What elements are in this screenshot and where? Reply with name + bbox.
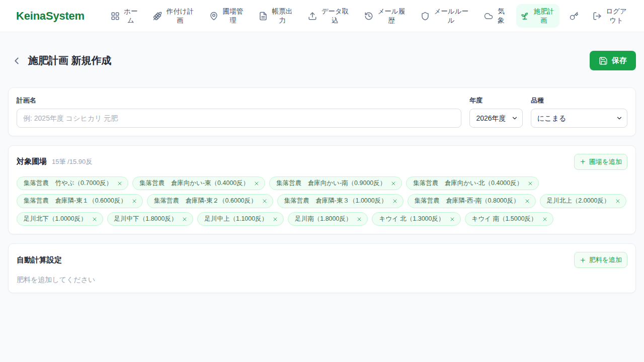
auto-calc-card: 自動計算設定 肥料を追加 肥料を追加してください	[8, 243, 636, 293]
field-chip-label: 集落営農 竹やぶ（0.7000反）	[24, 179, 112, 188]
plan-name-label: 計画名	[17, 96, 461, 105]
field-chip-list: 集落営農 竹やぶ（0.7000反） 集落営農 倉庫向かい-東（0.4000反） …	[17, 176, 627, 226]
top-navigation: KeinaSystem ホーム 作付け計画 圃場管理 帳票出力	[0, 0, 644, 32]
field-chip: 足川中下（1.8000反）	[107, 212, 194, 226]
nav-item-logout[interactable]: ログアウト	[589, 4, 632, 28]
field-chip-label: 集落営農 倉庫向かい-東（0.4000反）	[139, 179, 249, 188]
chip-remove-icon[interactable]	[182, 216, 188, 222]
history-icon	[364, 12, 373, 21]
variety-field-group: 品種 にこまる	[531, 96, 627, 128]
nav-item-weather[interactable]: 気象	[480, 4, 510, 28]
field-chip: 集落営農 竹やぶ（0.7000反）	[17, 176, 128, 191]
add-fertilizer-button-label: 肥料を追加	[589, 255, 622, 264]
grid-icon	[111, 12, 120, 21]
nav-item-mail-rules[interactable]: メールルール	[417, 4, 474, 28]
field-chip: 集落営農 倉庫隣-西-南（0.8000反）	[408, 194, 536, 208]
save-button-label: 保存	[612, 56, 627, 65]
year-field-group: 年度 2026年度	[469, 96, 523, 128]
save-button[interactable]: 保存	[590, 51, 636, 70]
nav-item-data-import[interactable]: データ取込	[304, 4, 354, 28]
shield-icon	[421, 12, 430, 21]
field-chip-label: キウイ 南（1.5000反）	[472, 215, 537, 224]
chip-remove-icon[interactable]	[262, 198, 268, 204]
sprout-icon	[520, 12, 529, 21]
field-chip-label: 集落営農 倉庫向かい-北（0.4000反）	[413, 179, 523, 188]
chip-remove-icon[interactable]	[131, 198, 137, 204]
plan-name-field-group: 計画名	[17, 96, 461, 128]
field-chip-label: 集落営農 倉庫隣-東３（1.0000反）	[284, 197, 387, 206]
chip-remove-icon[interactable]	[92, 216, 98, 222]
fertilizer-empty-text: 肥料を追加してください	[17, 276, 627, 285]
field-chip: キウイ 北（1.3000反）	[372, 212, 460, 226]
plus-icon	[580, 158, 586, 165]
map-pin-icon	[209, 12, 218, 21]
nav-item-planting-plan[interactable]: 作付け計画	[149, 4, 199, 28]
page-header: 施肥計画 新規作成 保存	[8, 47, 636, 74]
chip-remove-icon[interactable]	[356, 216, 362, 222]
auto-calc-title: 自動計算設定	[17, 255, 62, 265]
nav-item-home[interactable]: ホーム	[107, 4, 143, 28]
field-chip: 足川北上（2.0000反）	[540, 194, 626, 208]
add-field-button-label: 圃場を追加	[589, 157, 622, 166]
nav-menu: ホーム 作付け計画 圃場管理 帳票出力 データ取込	[107, 4, 632, 28]
chip-remove-icon[interactable]	[254, 180, 260, 187]
field-chip: 集落営農 倉庫向かい-南（0.9000反）	[269, 176, 402, 191]
field-chip-label: 集落営農 倉庫隣-西-南（0.8000反）	[415, 197, 520, 206]
year-label: 年度	[469, 96, 523, 105]
target-fields-count: 15筆 /15.90反	[52, 157, 92, 166]
chip-remove-icon[interactable]	[117, 180, 123, 187]
chip-remove-icon[interactable]	[390, 180, 396, 187]
field-chip-label: 足川南（1.8000反）	[295, 215, 352, 224]
field-chip: 足川中上（1.1000反）	[197, 212, 284, 226]
chip-remove-icon[interactable]	[272, 216, 278, 222]
chip-remove-icon[interactable]	[392, 198, 398, 204]
field-chip: キウイ 南（1.5000反）	[465, 212, 553, 226]
field-chip: 集落営農 倉庫隣-東２（0.6000反）	[147, 194, 273, 208]
nav-item-mail-history[interactable]: メール履歴	[360, 4, 411, 28]
year-select[interactable]: 2026年度	[469, 109, 523, 128]
add-fertilizer-button[interactable]: 肥料を追加	[574, 252, 627, 268]
field-chip-label: 足川中上（1.1000反）	[204, 215, 268, 224]
field-chip: 集落営農 倉庫隣-東３（1.0000反）	[277, 194, 404, 208]
brand-logo[interactable]: KeinaSystem	[16, 10, 85, 23]
field-chip: 集落営農 倉庫向かい-東（0.4000反）	[132, 176, 265, 191]
main-content: 施肥計画 新規作成 保存 計画名 年度 2026年度 品種	[0, 47, 644, 293]
page-title: 施肥計画 新規作成	[28, 54, 112, 67]
target-fields-card: 対象圃場 15筆 /15.90反 圃場を追加 集落営農 竹やぶ（0.7000反）…	[8, 145, 636, 235]
chip-remove-icon[interactable]	[542, 216, 548, 222]
field-chip: 足川南（1.8000反）	[288, 212, 368, 226]
wheat-icon	[153, 12, 162, 21]
field-chip-label: 足川北上（2.0000反）	[547, 197, 610, 206]
cloud-icon	[484, 12, 493, 21]
field-chip: 集落営農 倉庫向かい-北（0.4000反）	[406, 176, 539, 191]
plus-icon	[580, 257, 586, 263]
field-chip: 集落営農 倉庫隣-東１（0.6000反）	[17, 194, 143, 208]
chip-remove-icon[interactable]	[449, 216, 455, 222]
field-chip-label: 集落営農 倉庫隣-東１（0.6000反）	[24, 197, 127, 206]
nav-item-field-management[interactable]: 圃場管理	[205, 4, 249, 28]
add-field-button[interactable]: 圃場を追加	[574, 154, 627, 170]
nav-item-report-output[interactable]: 帳票出力	[255, 4, 298, 28]
key-icon	[570, 12, 579, 21]
plan-name-input[interactable]	[17, 109, 461, 128]
chip-remove-icon[interactable]	[615, 198, 621, 204]
chip-remove-icon[interactable]	[527, 180, 533, 187]
variety-select[interactable]: にこまる	[531, 109, 627, 128]
upload-icon	[308, 12, 317, 21]
file-text-icon	[259, 12, 268, 21]
save-icon	[599, 56, 608, 65]
field-chip-label: 足川中下（1.8000反）	[114, 215, 178, 224]
field-chip-label: 足川北下（1.0000反）	[24, 215, 87, 224]
chip-remove-icon[interactable]	[524, 198, 530, 204]
plan-form-card: 計画名 年度 2026年度 品種 にこまる	[8, 87, 636, 136]
logout-icon	[593, 12, 602, 21]
field-chip: 足川北下（1.0000反）	[17, 212, 103, 226]
field-chip-label: キウイ 北（1.3000反）	[379, 215, 444, 224]
nav-item-key[interactable]	[566, 9, 583, 24]
target-fields-title: 対象圃場	[17, 157, 47, 166]
back-button[interactable]	[11, 55, 22, 66]
nav-item-fertilization-plan[interactable]: 施肥計画	[516, 4, 559, 28]
variety-label: 品種	[531, 96, 627, 105]
field-chip-label: 集落営農 倉庫隣-東２（0.6000反）	[154, 197, 257, 206]
field-chip-label: 集落営農 倉庫向かい-南（0.9000反）	[276, 179, 386, 188]
